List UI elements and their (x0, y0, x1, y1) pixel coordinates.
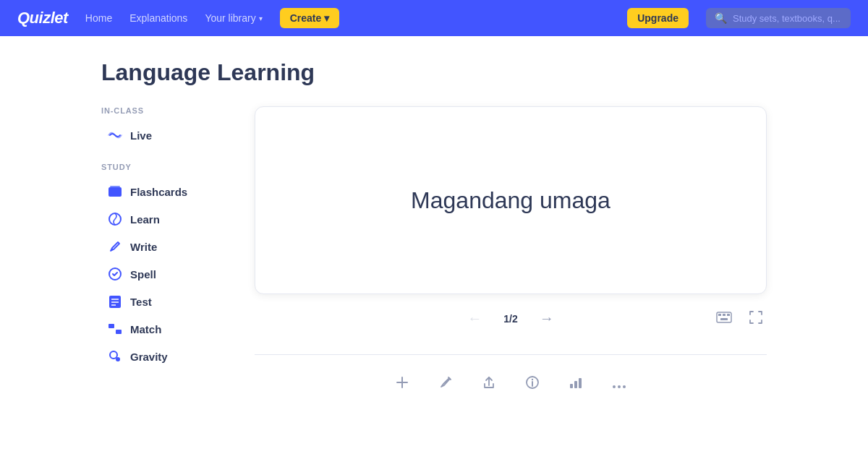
bottom-toolbar (255, 369, 767, 414)
sidebar-item-gravity[interactable]: Gravity (101, 343, 231, 369)
edit-button[interactable] (433, 369, 459, 399)
svg-rect-9 (109, 324, 114, 328)
study-section-label: Study (101, 163, 231, 171)
svg-rect-25 (574, 381, 577, 388)
learn-icon (107, 211, 123, 227)
svg-rect-15 (723, 314, 726, 316)
flashcard-counter: 1/2 (503, 313, 517, 325)
sidebar-item-write[interactable]: Write (101, 234, 231, 260)
svg-point-28 (618, 385, 621, 388)
test-icon (107, 294, 123, 309)
sidebar-item-match[interactable]: Match (101, 316, 231, 342)
search-bar[interactable]: 🔍 (706, 8, 851, 28)
live-icon (107, 127, 123, 143)
sidebar-write-label: Write (130, 241, 157, 253)
fullscreen-button[interactable] (745, 307, 767, 331)
flashcard-area: Magandang umaga ← 1/2 → (255, 106, 767, 414)
sidebar-item-live[interactable]: Live (101, 122, 231, 148)
sidebar-spell-label: Spell (130, 268, 156, 280)
svg-rect-17 (720, 318, 728, 320)
chevron-down-icon: ▾ (259, 14, 263, 22)
add-card-button[interactable] (389, 369, 415, 399)
sidebar-flashcards-label: Flashcards (130, 186, 187, 198)
create-chevron-icon: ▾ (324, 12, 329, 24)
info-button[interactable] (519, 369, 545, 399)
navbar: Quizlet Home Explanations Your library ▾… (0, 0, 868, 36)
spell-icon (107, 266, 123, 282)
svg-point-12 (116, 357, 120, 361)
sidebar-learn-label: Learn (130, 213, 160, 226)
create-label: Create (290, 12, 322, 24)
sidebar-match-label: Match (130, 323, 161, 335)
flashcard-text: Magandang umaga (411, 187, 610, 214)
svg-rect-16 (727, 314, 730, 316)
sidebar-live-label: Live (130, 129, 152, 142)
match-icon (107, 321, 123, 337)
quizlet-logo[interactable]: Quizlet (17, 9, 68, 27)
share-button[interactable] (476, 369, 502, 399)
create-button[interactable]: Create ▾ (280, 8, 340, 28)
stats-button[interactable] (563, 369, 589, 399)
flashcard-prev-button[interactable]: ← (463, 306, 486, 331)
svg-point-23 (532, 379, 533, 380)
page-container: Language Learning In-Class Live Study (0, 36, 868, 437)
svg-point-29 (623, 385, 626, 388)
svg-rect-14 (718, 314, 721, 316)
divider (255, 354, 767, 355)
nav-home[interactable]: Home (85, 12, 112, 24)
search-input[interactable] (733, 13, 842, 24)
write-icon (107, 239, 123, 254)
sidebar-item-test[interactable]: Test (101, 288, 231, 314)
svg-rect-10 (116, 330, 122, 334)
gravity-icon (107, 348, 123, 364)
in-class-section-label: In-Class (101, 106, 231, 115)
svg-rect-0 (109, 187, 122, 197)
keyboard-shortcut-button[interactable] (712, 307, 736, 331)
flashcard-view-options (712, 307, 767, 331)
upgrade-button[interactable]: Upgrade (627, 8, 689, 28)
sidebar-test-label: Test (130, 296, 152, 308)
nav-library-label: Your library (205, 12, 255, 24)
flashcard[interactable]: Magandang umaga (255, 106, 767, 294)
flashcard-controls: ← 1/2 → (255, 306, 767, 331)
svg-rect-26 (579, 378, 582, 388)
more-options-button[interactable] (606, 370, 632, 398)
nav-explanations[interactable]: Explanations (129, 12, 187, 24)
svg-point-11 (110, 351, 117, 359)
sidebar-item-spell[interactable]: Spell (101, 261, 231, 287)
flashcard-next-button[interactable]: → (535, 306, 558, 331)
sidebar: In-Class Live Study (101, 106, 231, 414)
sidebar-gravity-label: Gravity (130, 351, 168, 363)
nav-library[interactable]: Your library ▾ (205, 12, 262, 24)
search-icon: 🔍 (715, 12, 727, 24)
svg-rect-1 (110, 186, 120, 187)
flashcards-icon (107, 184, 123, 200)
page-title: Language Learning (101, 59, 767, 86)
svg-point-27 (613, 385, 616, 388)
content-area: In-Class Live Study (101, 106, 767, 414)
sidebar-item-flashcards[interactable]: Flashcards (101, 179, 231, 205)
svg-rect-24 (570, 384, 573, 388)
sidebar-item-learn[interactable]: Learn (101, 206, 231, 232)
